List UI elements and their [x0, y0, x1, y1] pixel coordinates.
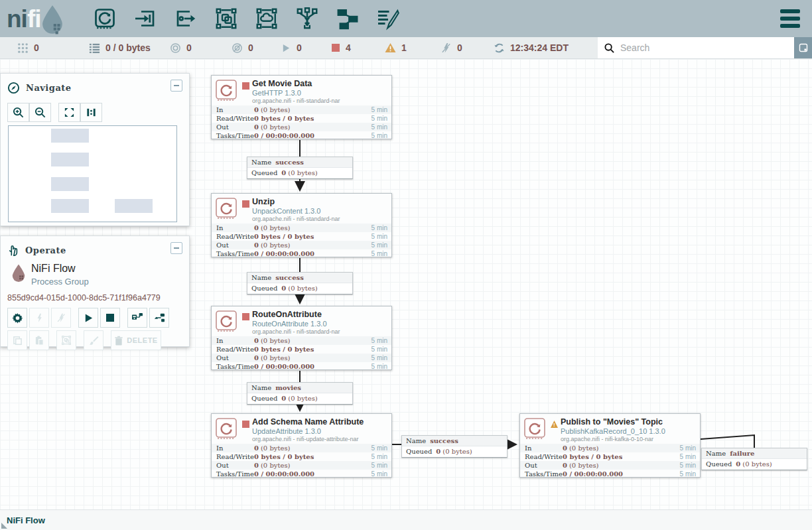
processor-type: UpdateAttribute 1.3.0 — [252, 427, 321, 435]
processor-icon — [215, 310, 237, 332]
configure-button[interactable] — [7, 308, 27, 328]
connection-name-label: Name — [251, 159, 271, 166]
color-button[interactable] — [84, 330, 103, 350]
stat-window: 5 min — [372, 224, 387, 232]
invalid-status: 1 — [385, 37, 407, 58]
zoom-in-button[interactable] — [7, 103, 29, 122]
nifi-drop-icon — [38, 4, 66, 34]
start-button[interactable] — [78, 308, 98, 328]
funnel-tool-icon[interactable] — [295, 7, 319, 31]
stat-label: Out — [216, 123, 229, 131]
stat-value: 0(0 bytes) — [254, 241, 290, 249]
stat-row-read-write: Read/Write 0 bytes / 0 bytes 5 min — [212, 452, 391, 461]
birdseye-toggle-button[interactable] — [794, 37, 812, 58]
processor-status-icon — [242, 421, 249, 428]
stat-row-read-write: Read/Write 0 bytes / 0 bytes 5 min — [212, 114, 391, 123]
processor-status-icon — [242, 82, 249, 90]
processor-name: Publish to "Movies" Topic — [561, 417, 663, 427]
operate-collapse-button[interactable] — [170, 242, 182, 254]
breadcrumb[interactable]: NiFi Flow — [7, 515, 45, 525]
stat-row-in: In 0(0 bytes) 5 min — [212, 336, 391, 345]
connection-label-success-2[interactable]: Namesuccess Queued0(0 bytes) — [247, 272, 353, 295]
delete-button[interactable]: DELETE — [111, 330, 161, 350]
processor-type: PublishKafkaRecord_0_10 1.3.0 — [561, 427, 665, 435]
processor-type: GetHTTP 1.3.0 — [252, 89, 301, 97]
active-threads-count: 0 — [34, 42, 39, 53]
stat-window: 5 min — [372, 241, 387, 249]
processor-add-schema-name-attribute[interactable]: Add Schema Name Attribute UpdateAttribut… — [211, 413, 392, 478]
stat-row-in: In 0(0 bytes) 5 min — [212, 224, 391, 232]
queued-icon — [89, 42, 100, 54]
copy-button[interactable] — [7, 330, 27, 350]
flow-canvas[interactable]: Get Movie Data GetHTTP 1.3.0 org.apache.… — [0, 59, 812, 509]
connection-name-value: success — [275, 274, 304, 281]
processor-unzip[interactable]: Unzip UnpackContent 1.3.0 org.apache.nif… — [211, 193, 392, 257]
upload-template-button[interactable] — [149, 308, 169, 328]
stat-value: 0(0 bytes) — [563, 444, 598, 452]
resize-grip[interactable] — [1, 523, 7, 529]
connection-label-success-1[interactable]: Namesuccess Queued0(0 bytes) — [247, 157, 353, 179]
connection-queued-count: 0 — [281, 285, 286, 292]
stat-row-in: In 0(0 bytes) 5 min — [212, 444, 391, 452]
stat-row-read-write: Read/Write 0 bytes / 0 bytes 5 min — [212, 232, 391, 241]
stat-row-in: In 0(0 bytes) 5 min — [520, 444, 700, 452]
stat-label: In — [525, 444, 531, 452]
search-icon — [604, 43, 614, 53]
processor-bundle: org.apache.nifi - nifi-standard-nar — [252, 98, 340, 104]
stop-button[interactable] — [100, 308, 120, 328]
delete-label: DELETE — [127, 336, 157, 344]
remote-process-group-tool-icon[interactable] — [255, 7, 279, 31]
minimap-block — [51, 177, 89, 191]
queued-count: 0 / 0 bytes — [105, 42, 151, 53]
processor-get-movie-data[interactable]: Get Movie Data GetHTTP 1.3.0 org.apache.… — [211, 75, 392, 139]
paste-button[interactable] — [29, 330, 49, 350]
connection-label-movies[interactable]: Namemovies Queued0(0 bytes) — [247, 382, 353, 405]
stat-value: 0(0 bytes) — [254, 444, 290, 452]
save-template-button[interactable] — [127, 308, 147, 328]
processor-status-icon — [242, 313, 249, 320]
navigate-collapse-button[interactable] — [170, 80, 182, 92]
connection-name-label: Name — [406, 437, 426, 444]
zoom-fit-button[interactable] — [58, 103, 80, 122]
processor-publish-to-movies-topic[interactable]: Publish to "Movies" Topic PublishKafkaRe… — [519, 413, 701, 478]
gear-icon — [12, 312, 23, 324]
stat-value: 0(0 bytes) — [254, 336, 290, 345]
group-button[interactable] — [56, 330, 76, 350]
stat-label: Tasks/Time — [216, 249, 254, 258]
brush-icon — [89, 336, 99, 346]
nifi-logo: nifi — [7, 3, 66, 36]
process-group-tool-icon[interactable] — [214, 7, 238, 31]
global-menu-button[interactable] — [780, 9, 800, 28]
stat-label: Read/Write — [216, 232, 254, 241]
lightning-icon — [34, 313, 44, 323]
stat-value: 0(0 bytes) — [563, 461, 598, 470]
minimap-block — [51, 129, 89, 143]
minimap[interactable] — [8, 125, 177, 222]
connection-label-failure[interactable]: Namefailure Queued0(0 bytes) — [701, 448, 807, 470]
output-port-tool-icon[interactable] — [174, 7, 198, 31]
label-tool-icon[interactable] — [376, 7, 400, 31]
zoom-out-button[interactable] — [29, 103, 51, 122]
enable-button[interactable] — [29, 308, 49, 328]
refresh-icon[interactable] — [494, 42, 505, 54]
processor-icon — [523, 417, 546, 440]
input-port-tool-icon[interactable] — [133, 7, 157, 31]
processor-icon — [215, 197, 237, 220]
processor-tool-icon[interactable] — [93, 7, 117, 31]
stat-row-tasks-time: Tasks/Time 0 / 00:00:00.000 5 min — [212, 470, 391, 478]
connection-queued-count: 0 — [281, 169, 286, 176]
connection-label-success-3[interactable]: Namesuccess Queued0(0 bytes) — [401, 435, 508, 458]
disable-button[interactable] — [51, 308, 71, 328]
operate-actions-row-1 — [7, 308, 171, 328]
stat-row-tasks-time: Tasks/Time 0 / 00:00:00.000 5 min — [520, 470, 700, 478]
transmitting-status: 0 — [170, 37, 192, 58]
processor-name: Unzip — [252, 197, 275, 206]
search-input[interactable] — [620, 42, 773, 53]
stat-window: 5 min — [372, 123, 387, 131]
queued-status: 0 / 0 bytes — [89, 37, 151, 58]
zoom-actual-size-button[interactable] — [80, 103, 102, 122]
template-tool-icon[interactable] — [336, 7, 360, 31]
component-toolbar — [93, 7, 400, 31]
stat-label: In — [216, 224, 223, 232]
processor-route-on-attribute[interactable]: RouteOnAttribute RouteOnAttribute 1.3.0 … — [211, 306, 392, 370]
